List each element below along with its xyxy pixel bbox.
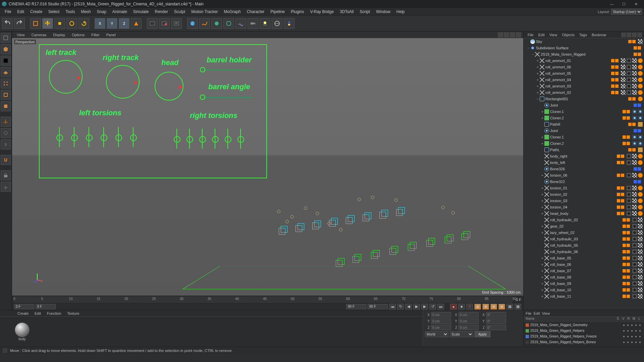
rig-torsion[interactable] [240, 129, 241, 149]
visibility-editor-dot[interactable] [623, 218, 626, 222]
helper-null[interactable] [304, 206, 307, 210]
tag-icon[interactable] [632, 218, 637, 222]
visibility-editor-dot[interactable] [611, 65, 614, 69]
om-tab-edit[interactable]: Edit [536, 33, 547, 37]
tag-icon[interactable] [627, 205, 631, 209]
visibility-render-dot[interactable] [621, 205, 624, 209]
helper-null[interactable] [451, 211, 455, 215]
tag-icon[interactable] [632, 135, 637, 139]
visibility-render-dot[interactable] [621, 186, 624, 190]
menu-file[interactable]: File [2, 9, 14, 15]
tag-icon[interactable] [632, 192, 637, 197]
viewmenu-display[interactable]: Display [50, 33, 68, 37]
goto-start-button[interactable]: ⏮ [389, 304, 396, 310]
tag-icon[interactable] [638, 294, 643, 299]
visibility-editor-dot[interactable] [623, 135, 626, 139]
tree-row[interactable]: +torsion_04 [524, 204, 644, 210]
tag-icon[interactable] [638, 90, 643, 95]
tag-icon[interactable] [632, 294, 637, 299]
visibility-render-dot[interactable] [627, 295, 630, 298]
tag-icon[interactable] [627, 211, 631, 216]
viewport-config-icon[interactable] [510, 32, 515, 38]
add-spline-button[interactable] [199, 18, 210, 29]
tag-icon[interactable] [632, 154, 637, 159]
tree-row[interactable]: +torsion_03 [524, 197, 644, 204]
visibility-render-dot[interactable] [621, 155, 624, 158]
helper-cube[interactable] [279, 226, 287, 235]
key-all-button[interactable]: ▦ [515, 304, 521, 310]
tag-icon[interactable] [627, 58, 631, 63]
tag-icon[interactable] [627, 154, 631, 159]
render-settings-button[interactable] [171, 18, 182, 29]
planar-workplane-button[interactable] [1, 182, 11, 192]
tree-row[interactable]: +roll_ammort_03 [524, 83, 644, 89]
tree-row[interactable]: −2S19_Msta_Green_Rigged [524, 51, 644, 57]
menu-3dtoall[interactable]: 3DToAll [337, 9, 356, 15]
range-end2-input[interactable] [368, 304, 388, 309]
coord-apply-button[interactable]: Apply [475, 331, 490, 337]
redo-button[interactable] [14, 18, 25, 29]
tag-icon[interactable] [638, 116, 643, 120]
prev-frame-button[interactable]: ◀ [405, 304, 412, 310]
visibility-editor-dot[interactable] [623, 263, 626, 266]
viewmenu-panel[interactable]: Panel [104, 33, 118, 37]
layer-row[interactable]: 2S19_Msta_Green_Rigged_Helpers_Bones●●●●… [524, 339, 644, 345]
helper-cube[interactable] [462, 231, 470, 240]
live-select-button[interactable] [30, 18, 41, 29]
python-button[interactable] [284, 18, 294, 29]
rig-torsion[interactable] [74, 127, 74, 147]
tag-icon[interactable] [638, 58, 643, 63]
rig-slider[interactable] [202, 70, 253, 70]
menu-mograph[interactable]: MoGraph [221, 9, 244, 15]
layer-swatch[interactable] [526, 323, 529, 327]
add-generator-button[interactable] [211, 18, 222, 29]
visibility-render-dot[interactable] [615, 59, 619, 62]
helper-null[interactable] [290, 215, 294, 219]
key-pos-button[interactable]: ◆ [474, 304, 481, 310]
visibility-render-dot[interactable] [638, 129, 641, 132]
snap-button[interactable] [1, 155, 11, 165]
tag-icon[interactable] [632, 249, 637, 254]
tree-row[interactable]: Sky [524, 38, 644, 45]
tree-row[interactable]: +Cloner.1 [524, 134, 644, 140]
visibility-editor-dot[interactable] [611, 78, 614, 81]
viewport[interactable]: Perspective Grid Spacing : 1000 cm left … [12, 38, 523, 296]
rig-torsion[interactable] [227, 129, 228, 149]
visibility-render-dot[interactable] [615, 72, 619, 75]
key-param-button[interactable]: ◆ [498, 304, 505, 310]
tag-icon[interactable] [632, 256, 637, 260]
tag-icon[interactable] [638, 230, 643, 235]
menu-pipeline[interactable]: Pipeline [268, 9, 287, 15]
tag-icon[interactable] [638, 97, 643, 101]
helper-cube[interactable] [363, 213, 371, 221]
helper-cube[interactable] [445, 235, 453, 243]
layer-row[interactable]: 2S19_Msta_Green_Rigged_Helpers●●●●● [524, 328, 644, 334]
rig-torsion[interactable] [89, 127, 89, 147]
layertab-edit[interactable]: Edit [534, 311, 540, 315]
tag-icon[interactable] [621, 77, 626, 82]
tag-icon[interactable] [632, 198, 637, 203]
menu-script[interactable]: Script [357, 9, 373, 15]
tree-row[interactable]: −Rectangle001 [524, 96, 644, 102]
rig-slider-knob[interactable] [200, 95, 205, 100]
tag-icon[interactable] [627, 173, 631, 178]
helper-cube[interactable] [336, 258, 344, 267]
autokey-button[interactable]: ◈ [458, 304, 465, 310]
tag-icon[interactable] [638, 268, 643, 273]
poly-mode-button[interactable] [1, 101, 11, 111]
tag-icon[interactable] [638, 186, 643, 190]
helper-cube[interactable] [353, 254, 361, 263]
tag-icon[interactable] [638, 218, 643, 222]
tag-icon[interactable] [632, 173, 637, 178]
tag-icon[interactable] [638, 224, 643, 229]
visibility-editor-dot[interactable] [623, 110, 626, 113]
rig-torsion[interactable] [133, 127, 133, 147]
range-start2-input[interactable] [36, 304, 56, 309]
size-z-input[interactable] [459, 325, 479, 330]
add-environment-button[interactable] [235, 18, 246, 29]
tag-icon[interactable] [638, 71, 643, 76]
tag-icon[interactable] [632, 205, 637, 209]
tree-row[interactable]: +torsion_06 [524, 172, 644, 178]
tag-icon[interactable] [638, 77, 643, 82]
visibility-render-dot[interactable] [627, 231, 630, 234]
